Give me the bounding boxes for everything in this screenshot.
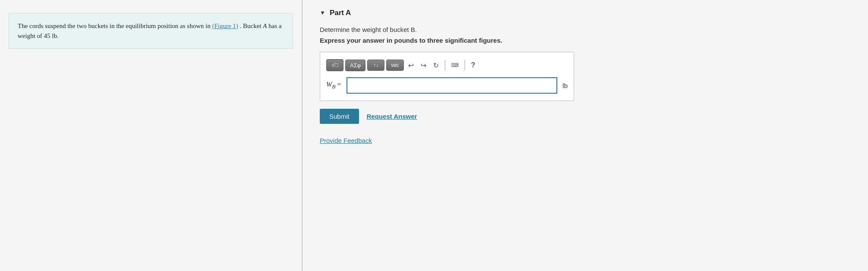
provide-feedback-link[interactable]: Provide Feedback bbox=[320, 137, 372, 144]
problem-text-2: . Bucket bbox=[240, 22, 263, 29]
reset-button[interactable]: ↻ bbox=[431, 60, 441, 71]
vector-icon: vec bbox=[391, 62, 399, 68]
problem-box: The cords suspend the two buckets in the… bbox=[9, 13, 293, 49]
left-panel: The cords suspend the two buckets in the… bbox=[0, 0, 302, 271]
vector-button[interactable]: vec bbox=[386, 60, 404, 71]
provide-feedback-section: Provide Feedback bbox=[320, 137, 851, 145]
greek-symbols-button[interactable]: ΑΣφ bbox=[345, 60, 365, 71]
redo-icon: ↪ bbox=[421, 61, 426, 69]
part-title: Part A bbox=[330, 9, 351, 17]
figure-link[interactable]: (Figure 1) bbox=[212, 22, 238, 29]
bucket-a-label: A bbox=[263, 22, 267, 29]
undo-button[interactable]: ↩ bbox=[406, 60, 416, 71]
help-icon: ? bbox=[471, 61, 475, 69]
toolbar-separator bbox=[445, 60, 445, 70]
unit-label: lb bbox=[562, 82, 568, 89]
part-header: ▼ Part A bbox=[320, 9, 851, 17]
keyboard-icon: ⌨ bbox=[451, 62, 459, 68]
input-row: WB = lb bbox=[326, 77, 568, 94]
superscript-button[interactable]: ↑↓ bbox=[367, 60, 384, 71]
help-button[interactable]: ? bbox=[468, 60, 478, 71]
question-text: Determine the weight of bucket B. bbox=[320, 26, 851, 33]
math-toolbar: √□ ΑΣφ ↑↓ vec ↩ ↪ ↻ bbox=[326, 59, 568, 71]
sqrt-button[interactable]: √□ bbox=[326, 59, 343, 71]
math-input-container: √□ ΑΣφ ↑↓ vec ↩ ↪ ↻ bbox=[320, 52, 574, 101]
keyboard-button[interactable]: ⌨ bbox=[449, 60, 461, 70]
sqrt-icon: √□ bbox=[332, 62, 338, 69]
answer-input[interactable] bbox=[347, 77, 558, 94]
equation-label: WB = bbox=[326, 81, 341, 90]
instruction-text: Express your answer in pounds to three s… bbox=[320, 37, 851, 44]
toolbar-separator-2 bbox=[465, 60, 465, 70]
problem-text-1: The cords suspend the two buckets in the… bbox=[18, 22, 210, 29]
submit-button[interactable]: Submit bbox=[320, 109, 359, 124]
action-row: Submit Request Answer bbox=[320, 109, 851, 124]
right-panel: ▼ Part A Determine the weight of bucket … bbox=[303, 0, 868, 271]
collapse-arrow-icon[interactable]: ▼ bbox=[320, 9, 325, 16]
page-container: The cords suspend the two buckets in the… bbox=[0, 0, 868, 271]
reset-icon: ↻ bbox=[433, 61, 439, 69]
superscript-icon: ↑↓ bbox=[373, 62, 378, 68]
redo-button[interactable]: ↪ bbox=[418, 60, 429, 71]
undo-icon: ↩ bbox=[408, 61, 414, 69]
greek-icon: ΑΣφ bbox=[350, 62, 361, 69]
request-answer-link[interactable]: Request Answer bbox=[367, 113, 417, 120]
